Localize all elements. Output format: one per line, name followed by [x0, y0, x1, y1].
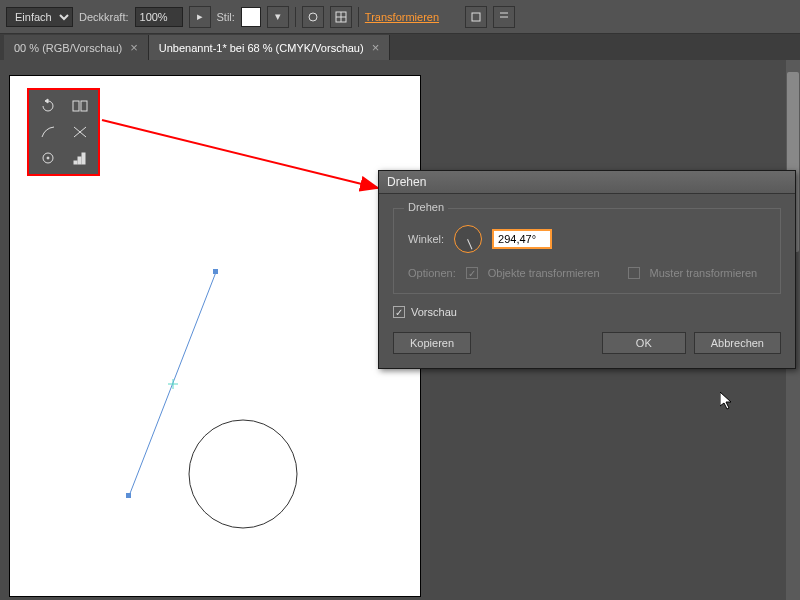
- sun-icon[interactable]: [302, 6, 324, 28]
- rotate-fieldset: Drehen Winkel: Optionen: Objekte transfo…: [393, 208, 781, 294]
- canvas-circle[interactable]: [189, 420, 297, 528]
- align-icon[interactable]: [493, 6, 515, 28]
- close-icon[interactable]: ×: [372, 40, 380, 55]
- tab-label: 00 % (RGB/Vorschau): [14, 42, 122, 54]
- crop-icon[interactable]: [465, 6, 487, 28]
- options-label: Optionen:: [408, 267, 456, 279]
- style-dropdown-icon[interactable]: ▾: [267, 6, 289, 28]
- tab-label: Unbenannt-1* bei 68 % (CMYK/Vorschau): [159, 42, 364, 54]
- svg-rect-12: [78, 157, 81, 164]
- preview-checkbox[interactable]: [393, 306, 405, 318]
- document-tabs: 00 % (RGB/Vorschau)× Unbenannt-1* bei 68…: [0, 34, 800, 60]
- objects-checkbox: [466, 267, 478, 279]
- dialog-title[interactable]: Drehen: [379, 171, 795, 194]
- ok-button[interactable]: OK: [602, 332, 686, 354]
- svg-rect-4: [472, 13, 480, 21]
- fieldset-legend: Drehen: [404, 201, 448, 213]
- patterns-label: Muster transformieren: [650, 267, 758, 279]
- close-icon[interactable]: ×: [130, 40, 138, 55]
- line-handle-top[interactable]: [213, 269, 218, 274]
- tab-cmyk[interactable]: Unbenannt-1* bei 68 % (CMYK/Vorschau)×: [149, 35, 390, 60]
- cancel-button[interactable]: Abbrechen: [694, 332, 781, 354]
- tab-rgb[interactable]: 00 % (RGB/Vorschau)×: [4, 35, 149, 60]
- transform-tool-panel: [27, 88, 100, 176]
- reshape-icon[interactable]: [33, 146, 63, 170]
- svg-point-0: [309, 13, 317, 21]
- grid-icon[interactable]: [330, 6, 352, 28]
- svg-rect-7: [73, 101, 79, 111]
- svg-rect-11: [74, 161, 77, 164]
- free-transform-icon[interactable]: [65, 146, 95, 170]
- transform-link[interactable]: Transformieren: [365, 11, 439, 23]
- objects-label: Objekte transformieren: [488, 267, 600, 279]
- svg-rect-13: [82, 153, 85, 164]
- stil-label: Stil:: [217, 11, 235, 23]
- line-handle-bottom[interactable]: [126, 493, 131, 498]
- patterns-checkbox: [628, 267, 640, 279]
- reflect-icon[interactable]: [65, 94, 95, 118]
- angle-label: Winkel:: [408, 233, 444, 245]
- preview-label: Vorschau: [411, 306, 457, 318]
- angle-dial[interactable]: [454, 225, 482, 253]
- svg-point-10: [47, 157, 49, 159]
- svg-rect-8: [81, 101, 87, 111]
- rotate-dialog: Drehen Drehen Winkel: Optionen: Objekte …: [378, 170, 796, 369]
- style-select[interactable]: Einfach: [6, 7, 73, 27]
- opacity-dropdown-icon[interactable]: ▸: [189, 6, 211, 28]
- style-swatch[interactable]: [241, 7, 261, 27]
- rotate-icon[interactable]: [33, 94, 63, 118]
- shear-icon[interactable]: [65, 120, 95, 144]
- opacity-input[interactable]: [135, 7, 183, 27]
- opacity-label: Deckkraft:: [79, 11, 129, 23]
- angle-input[interactable]: [492, 229, 552, 249]
- top-toolbar: Einfach Deckkraft: ▸ Stil: ▾ Transformie…: [0, 0, 800, 34]
- scale-icon[interactable]: [33, 120, 63, 144]
- center-marker: [168, 379, 178, 389]
- copy-button[interactable]: Kopieren: [393, 332, 471, 354]
